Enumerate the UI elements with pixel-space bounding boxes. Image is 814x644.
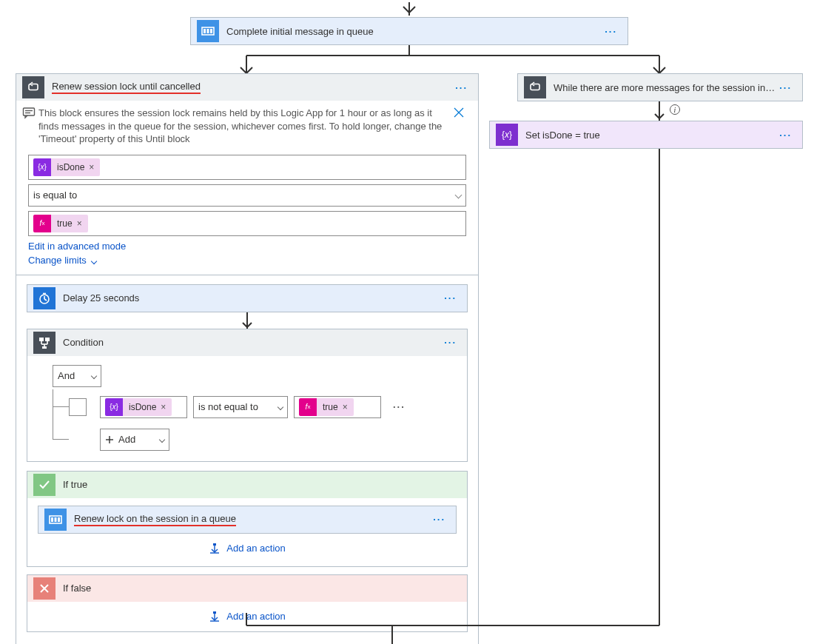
condition-row-menu[interactable]: ··· xyxy=(388,400,410,414)
remove-token-icon[interactable]: × xyxy=(343,402,348,412)
context-menu-button[interactable]: ··· xyxy=(451,81,472,95)
delay-icon xyxy=(33,287,56,309)
action-title: Complete initial message in queue xyxy=(226,26,600,37)
expression-token-true[interactable]: fx true× xyxy=(33,215,88,232)
svg-rect-27 xyxy=(51,517,53,522)
variable-icon: {x} xyxy=(33,158,51,176)
fx-icon: fx xyxy=(33,215,51,232)
condition-icon xyxy=(33,332,56,354)
svg-rect-28 xyxy=(55,517,57,522)
until-condition-operator[interactable]: is equal to xyxy=(28,184,466,207)
comment-icon xyxy=(22,107,38,122)
connector xyxy=(27,312,468,329)
chevron-down-icon xyxy=(159,436,165,442)
tree-line xyxy=(53,407,69,440)
context-menu-button[interactable]: ··· xyxy=(440,335,461,349)
cond-right-operand[interactable]: fx true× xyxy=(294,396,381,418)
chevron-down-icon xyxy=(91,258,97,264)
svg-rect-2 xyxy=(204,29,206,33)
action-title: Set isDone = true xyxy=(525,130,775,141)
until-condition-left[interactable]: {x} isDone× xyxy=(28,155,466,180)
variable-token-isdone[interactable]: {x} isDone× xyxy=(33,158,100,176)
variable-token-isdone[interactable]: {x} isDone× xyxy=(105,398,172,416)
close-tooltip-button[interactable] xyxy=(453,107,469,121)
svg-rect-30 xyxy=(213,543,216,546)
loop-title: While there are more messages for the se… xyxy=(554,82,775,93)
branch-connector xyxy=(92,45,727,75)
fx-icon: fx xyxy=(299,398,317,416)
plus-icon xyxy=(105,435,114,444)
svg-rect-23 xyxy=(42,346,47,349)
if-false-branch: If false Add an action xyxy=(27,574,468,632)
action-condition[interactable]: Condition ··· And {x} isDone× xyxy=(27,329,468,462)
add-action-false-branch[interactable]: Add an action xyxy=(27,602,467,631)
action-complete-initial-message[interactable]: Complete initial message in queue ··· xyxy=(190,17,628,45)
context-menu-button[interactable]: ··· xyxy=(440,291,461,305)
spacer xyxy=(246,2,247,4)
loop-title: Renew session lock until cancelled xyxy=(52,81,451,94)
arrow-head-icon xyxy=(402,5,417,16)
branch-title: If true xyxy=(63,479,461,490)
cross-icon xyxy=(33,577,56,600)
servicebus-icon xyxy=(197,20,219,42)
add-action-icon xyxy=(209,611,221,623)
connector xyxy=(408,2,410,16)
delay-title: Delay 25 seconds xyxy=(63,292,440,303)
tree-line xyxy=(53,389,69,407)
loop-icon xyxy=(524,76,546,98)
change-limits-link[interactable]: Change limits xyxy=(28,255,96,266)
svg-rect-17 xyxy=(39,338,44,341)
add-action-loop-end[interactable]: Add an action xyxy=(27,635,468,644)
context-menu-button[interactable]: ··· xyxy=(775,81,796,95)
branch-title: If false xyxy=(63,583,461,594)
until-loop-renew-session-lock[interactable]: Renew session lock until cancelled ··· T… xyxy=(16,73,479,644)
loop-tooltip: This block ensures the session lock rema… xyxy=(38,107,453,146)
condition-row-checkbox[interactable] xyxy=(69,398,87,416)
condition-group-operator[interactable]: And xyxy=(53,365,101,387)
connector xyxy=(659,149,660,625)
action-set-isdone[interactable]: {x} Set isDone = true ··· xyxy=(489,121,803,149)
svg-rect-29 xyxy=(58,517,60,522)
remove-token-icon[interactable]: × xyxy=(161,402,166,412)
info-icon[interactable]: i xyxy=(670,104,680,115)
check-icon xyxy=(33,474,56,496)
variable-icon: {x} xyxy=(105,398,123,416)
variable-icon: {x} xyxy=(496,124,518,146)
add-condition-button[interactable]: Add xyxy=(100,429,169,451)
chevron-down-icon xyxy=(91,372,97,378)
expression-token-true[interactable]: fx true× xyxy=(299,398,354,416)
svg-rect-9 xyxy=(24,108,35,115)
if-true-branch: If true Renew lock on the session in a q… xyxy=(27,471,468,567)
context-menu-button[interactable]: ··· xyxy=(775,128,796,142)
until-condition-right[interactable]: fx true× xyxy=(28,211,466,236)
until-loop-more-messages[interactable]: While there are more messages for the se… xyxy=(517,73,803,101)
svg-rect-18 xyxy=(45,338,50,341)
action-renew-lock[interactable]: Renew lock on the session in a queue ··· xyxy=(38,506,457,534)
add-action-true-branch[interactable]: Add an action xyxy=(38,534,457,563)
chevron-down-icon xyxy=(278,403,283,409)
cond-operator[interactable]: is not equal to xyxy=(193,396,288,418)
designer-canvas: Complete initial message in queue ··· Re… xyxy=(0,0,814,644)
add-action-icon xyxy=(209,543,221,554)
context-menu-button[interactable]: ··· xyxy=(600,24,622,38)
context-menu-button[interactable]: ··· xyxy=(428,512,450,526)
remove-token-icon[interactable]: × xyxy=(77,218,82,229)
condition-title: Condition xyxy=(63,337,440,348)
action-delay[interactable]: Delay 25 seconds ··· xyxy=(27,284,468,312)
servicebus-icon xyxy=(44,509,67,531)
edit-advanced-link[interactable]: Edit in advanced mode xyxy=(28,241,126,252)
cond-left-operand[interactable]: {x} isDone× xyxy=(100,396,187,418)
action-title: Renew lock on the session in a queue xyxy=(74,513,428,526)
remove-token-icon[interactable]: × xyxy=(89,162,94,172)
svg-line-14 xyxy=(44,299,47,301)
svg-rect-3 xyxy=(207,29,209,33)
svg-rect-4 xyxy=(210,29,212,33)
loop-icon xyxy=(22,76,44,98)
svg-rect-33 xyxy=(213,611,216,614)
chevron-down-icon xyxy=(455,192,462,199)
